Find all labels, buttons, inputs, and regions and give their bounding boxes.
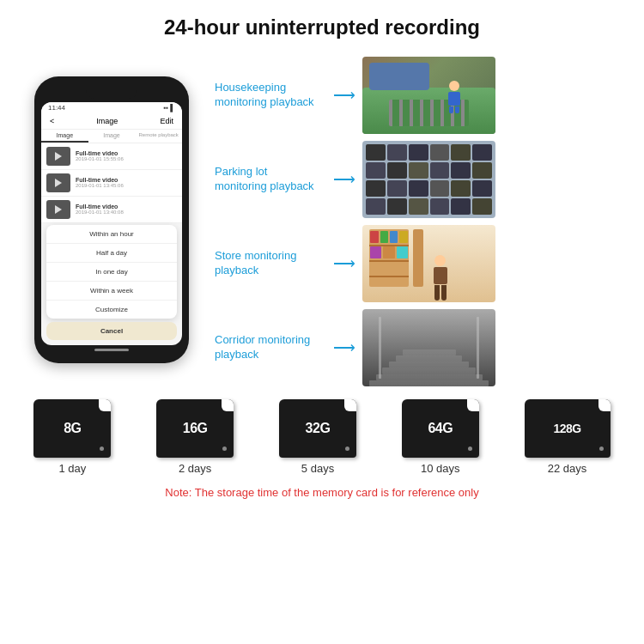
phone-dropdown-half-day[interactable]: Half a day: [46, 244, 177, 263]
monitoring-img-parking: [362, 141, 495, 218]
note-section: Note: The storage time of the memory car…: [0, 479, 644, 505]
storage-days-8g: 1 day: [58, 462, 86, 475]
note-text: Note: The storage time of the memory car…: [165, 486, 478, 499]
housekeeping-arrow: ⟶: [333, 86, 355, 105]
phone-edit: Edit: [160, 117, 173, 125]
phone-screen: 11:44 ▪▪ ▌ < Image Edit Image Image Remo…: [41, 102, 182, 345]
monitoring-label-corridor: Corridor monitoringplayback: [215, 333, 326, 362]
monitoring-item-parking: Parking lotmonitoring playback ⟶: [215, 141, 627, 218]
monitoring-label-parking: Parking lotmonitoring playback: [215, 165, 326, 194]
phone-dropdown: Within an hour Half a day In one day Wit…: [46, 225, 177, 319]
storage-days-32g: 5 days: [301, 462, 334, 475]
phone-item-info-2: Full-time video 2019-01-01 13:45:06: [76, 177, 177, 188]
phone-item-info-3: Full-time video 2019-01-01 13:40:08: [76, 204, 177, 215]
sd-card-notch-128g: [598, 399, 611, 411]
monitoring-label-housekeeping: Housekeepingmonitoring playback: [215, 81, 326, 110]
phone-list-item-3: Full-time video 2019-01-01 13:40:08: [41, 197, 182, 223]
phone-list-item-2: Full-time video 2019-01-01 13:45:06: [41, 170, 182, 197]
monitoring-img-housekeeping: [362, 57, 495, 134]
storage-section: 8G 1 day 16G 2 days 32G 5 days: [0, 386, 644, 479]
phone-notch: [86, 87, 137, 99]
monitoring-img-store: [362, 225, 495, 302]
monitoring-img-corridor: [362, 309, 495, 386]
storage-card-8g: 8G 1 day: [33, 399, 111, 475]
phone-back: <: [50, 117, 54, 125]
sd-card-8g: 8G: [33, 399, 111, 458]
phone-cancel-button[interactable]: Cancel: [46, 322, 177, 340]
page-title: 24-hour uninterrupted recording: [0, 0, 644, 48]
sd-card-label-64g: 64G: [428, 421, 453, 436]
sd-card-notch-32g: [344, 399, 356, 411]
corridor-arrow: ⟶: [333, 338, 355, 357]
phone-tab-image2[interactable]: Image: [88, 130, 136, 143]
storage-card-128g: 128G 22 days: [525, 399, 611, 475]
phone-tab-image[interactable]: Image: [41, 130, 88, 143]
sd-card-notch-64g: [467, 399, 479, 411]
store-arrow: ⟶: [333, 254, 355, 273]
monitoring-item-corridor: Corridor monitoringplayback ⟶: [215, 309, 627, 386]
storage-days-128g: 22 days: [548, 462, 587, 475]
phone-home-bar: [94, 349, 129, 351]
sd-card-16g: 16G: [156, 399, 234, 458]
sd-card-label-32g: 32G: [306, 421, 331, 436]
storage-card-32g: 32G 5 days: [279, 399, 356, 475]
phone-item-info-1: Full-time video 2019-01-01 15:55:06: [76, 150, 177, 161]
monitoring-label-store: Store monitoringplayback: [215, 249, 326, 278]
sd-card-notch-8g: [99, 399, 111, 411]
sd-card-dot-64g: [468, 447, 472, 451]
phone-status-bar: 11:44 ▪▪ ▌: [41, 102, 182, 113]
storage-days-16g: 2 days: [179, 462, 211, 475]
storage-card-64g: 64G 10 days: [402, 399, 479, 475]
monitoring-item-store: Store monitoringplayback ⟶: [215, 225, 627, 302]
sd-card-64g: 64G: [402, 399, 479, 458]
right-panel: Housekeepingmonitoring playback ⟶: [215, 52, 627, 386]
monitoring-item-housekeeping: Housekeepingmonitoring playback ⟶: [215, 57, 627, 134]
storage-card-16g: 16G 2 days: [156, 399, 234, 475]
sd-card-notch-16g: [222, 399, 234, 411]
phone-tab-remote[interactable]: Remote playback: [135, 130, 182, 143]
phone-icons: ▪▪ ▌: [163, 104, 175, 112]
phone-device: 11:44 ▪▪ ▌ < Image Edit Image Image Remo…: [34, 76, 189, 363]
phone-dropdown-one-day[interactable]: In one day: [46, 263, 177, 282]
phone-tabs: Image Image Remote playback: [41, 130, 182, 143]
sd-card-dot-32g: [345, 447, 349, 451]
phone-nav-bar: < Image Edit: [41, 113, 182, 130]
storage-days-64g: 10 days: [421, 462, 460, 475]
parking-arrow: ⟶: [333, 170, 355, 189]
sd-card-128g: 128G: [525, 399, 611, 458]
phone-dropdown-within-hour[interactable]: Within an hour: [46, 225, 177, 244]
storage-cards-row: 8G 1 day 16G 2 days 32G 5 days: [13, 399, 631, 475]
sd-card-dot-128g: [599, 447, 604, 451]
phone-dropdown-week[interactable]: Within a week: [46, 282, 177, 301]
sd-card-label-8g: 8G: [64, 421, 81, 436]
phone-time: 11:44: [48, 104, 65, 112]
sd-card-dot-8g: [100, 447, 104, 451]
phone-mockup: 11:44 ▪▪ ▌ < Image Edit Image Image Remo…: [17, 52, 206, 386]
phone-thumb-3: [46, 200, 70, 219]
sd-card-label-16g: 16G: [183, 421, 208, 436]
phone-dropdown-customize[interactable]: Customize: [46, 301, 177, 319]
sd-card-32g: 32G: [279, 399, 356, 458]
sd-card-dot-16g: [222, 447, 227, 451]
phone-nav-title: Image: [96, 117, 118, 125]
phone-list-item-1: Full-time video 2019-01-01 15:55:06: [41, 143, 182, 170]
phone-thumb-1: [46, 147, 70, 166]
phone-thumb-2: [46, 173, 70, 192]
sd-card-label-128g: 128G: [553, 422, 580, 435]
